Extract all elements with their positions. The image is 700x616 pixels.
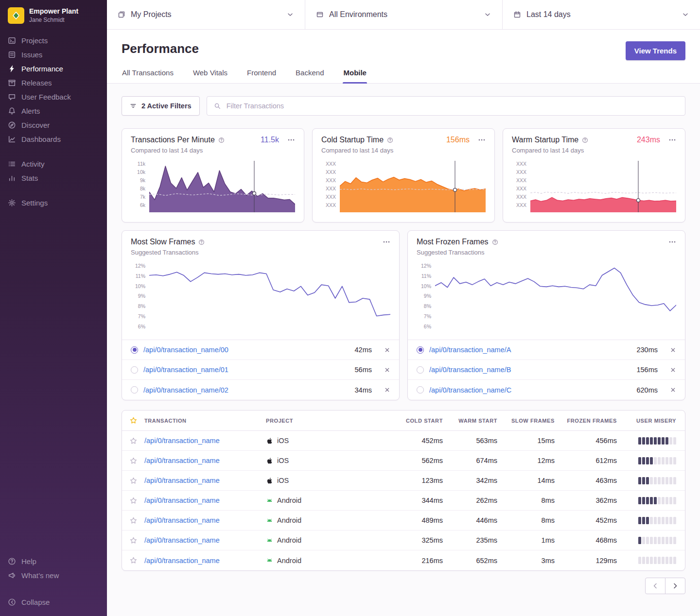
radio-button[interactable]: [131, 386, 138, 394]
daterange-selector-label: Last 14 days: [526, 10, 571, 19]
sidebar-item-collapse[interactable]: Collapse: [0, 595, 107, 609]
tab-web-vitals[interactable]: Web Vitals: [192, 68, 228, 83]
transaction-link[interactable]: /api/0/transaction_name: [144, 536, 266, 544]
environment-selector[interactable]: All Environments: [305, 0, 503, 29]
nav-item-label: What’s new: [21, 571, 59, 580]
star-toggle[interactable]: [122, 557, 144, 564]
misery-segment: [642, 457, 645, 464]
sidebar-item-activity[interactable]: Activity: [0, 157, 107, 171]
radio-button[interactable]: [131, 346, 138, 354]
tab-frontend[interactable]: Frontend: [246, 68, 277, 83]
sidebar-item-stats[interactable]: Stats: [0, 171, 107, 185]
active-filters-button[interactable]: 2 Active Filters: [122, 96, 200, 116]
close-icon[interactable]: [670, 367, 676, 373]
transaction-link[interactable]: /api/0/transaction_name/A: [429, 346, 511, 354]
help-icon[interactable]: [387, 137, 393, 143]
sidebar-item-help[interactable]: Help: [0, 554, 107, 568]
column-header-frozen-frames[interactable]: FROZEN FRAMES: [555, 418, 617, 424]
transaction-link[interactable]: /api/0/transaction_name: [144, 516, 266, 524]
ellipsis-menu-icon[interactable]: [478, 136, 486, 144]
suggestions-chart[interactable]: [435, 263, 676, 334]
sidebar-item-user-feedback[interactable]: User Feedback: [0, 90, 107, 104]
user-misery-bar: [617, 517, 685, 524]
metric-value: 243ms: [637, 136, 660, 144]
transaction-link[interactable]: /api/0/transaction_name/00: [143, 346, 228, 354]
sidebar-item-dashboards[interactable]: Dashboards: [0, 132, 107, 146]
transaction-link[interactable]: /api/0/transaction_name/02: [143, 386, 228, 394]
radio-button[interactable]: [417, 386, 424, 394]
suggestion-cards-row: Most Slow Frames Suggested Transactions …: [122, 230, 685, 400]
previous-page-button[interactable]: [645, 578, 665, 594]
misery-segment: [665, 437, 668, 445]
sidebar-item-issues[interactable]: Issues: [0, 48, 107, 62]
close-icon[interactable]: [670, 387, 676, 393]
ellipsis-menu-icon[interactable]: [668, 238, 676, 246]
sidebar-item-projects[interactable]: Projects: [0, 34, 107, 48]
sidebar-item-whats-new[interactable]: What’s new: [0, 568, 107, 582]
view-trends-button[interactable]: View Trends: [626, 41, 685, 60]
search-input[interactable]: [226, 102, 678, 110]
transaction-link[interactable]: /api/0/transaction_name: [144, 437, 266, 445]
help-icon[interactable]: [492, 239, 498, 245]
misery-segment: [638, 517, 641, 524]
sidebar-item-settings[interactable]: Settings: [0, 196, 107, 210]
transaction-link[interactable]: /api/0/transaction_name: [144, 496, 266, 504]
metric-chart[interactable]: [149, 161, 295, 212]
column-header-slow-frames[interactable]: SLOW FRAMES: [497, 418, 555, 424]
suggestions-chart[interactable]: [149, 263, 390, 334]
ellipsis-menu-icon[interactable]: [287, 136, 295, 144]
sidebar-item-alerts[interactable]: Alerts: [0, 104, 107, 118]
project-selector[interactable]: My Projects: [107, 0, 305, 29]
column-header-project[interactable]: PROJECT: [266, 418, 389, 424]
y-tick: 9k: [140, 177, 145, 183]
warm-start-value: 262ms: [443, 496, 497, 504]
star-toggle[interactable]: [122, 497, 144, 504]
help-icon[interactable]: [198, 239, 205, 245]
radio-button[interactable]: [417, 366, 424, 374]
ellipsis-menu-icon[interactable]: [668, 136, 676, 144]
column-header-transaction[interactable]: TRANSACTION: [144, 418, 266, 424]
daterange-selector[interactable]: Last 14 days: [503, 0, 700, 29]
next-page-button[interactable]: [665, 578, 685, 594]
sidebar-item-performance[interactable]: Performance: [0, 62, 107, 76]
transaction-link[interactable]: /api/0/transaction_name/C: [429, 386, 511, 394]
metric-chart[interactable]: [340, 161, 486, 212]
star-column-header[interactable]: [122, 417, 144, 424]
star-icon: [130, 557, 137, 564]
column-header-warm-start[interactable]: WARM START: [443, 418, 497, 424]
column-header-cold-start[interactable]: COLD START: [389, 418, 443, 424]
radio-button[interactable]: [417, 346, 424, 354]
tab-mobile[interactable]: Mobile: [343, 68, 367, 83]
star-icon: [130, 477, 137, 484]
radio-button[interactable]: [131, 366, 138, 374]
star-toggle[interactable]: [122, 517, 144, 524]
help-icon[interactable]: [582, 137, 588, 143]
close-icon[interactable]: [384, 367, 390, 373]
org-switcher[interactable]: Empower Plant Jane Schmidt: [0, 0, 107, 34]
suggestions-card: Most Slow Frames Suggested Transactions …: [122, 230, 400, 400]
transaction-link[interactable]: /api/0/transaction_name: [144, 557, 266, 565]
tab-backend[interactable]: Backend: [295, 68, 324, 83]
star-toggle[interactable]: [122, 437, 144, 445]
star-toggle[interactable]: [122, 537, 144, 544]
star-icon: [130, 517, 137, 524]
transaction-link[interactable]: /api/0/transaction_name/01: [143, 366, 228, 374]
main: My Projects All Environments Last 14 day…: [107, 0, 700, 616]
transaction-link[interactable]: /api/0/transaction_name: [144, 477, 266, 484]
nav-item-label: Settings: [21, 199, 48, 207]
close-icon[interactable]: [384, 387, 390, 393]
transaction-link[interactable]: /api/0/transaction_name: [144, 457, 266, 464]
close-icon[interactable]: [670, 347, 676, 353]
tab-all-transactions[interactable]: All Transactions: [122, 68, 174, 83]
misery-segment: [658, 437, 661, 445]
close-icon[interactable]: [384, 347, 390, 353]
ellipsis-menu-icon[interactable]: [383, 238, 390, 246]
column-header-user-misery[interactable]: USER MISERY: [617, 418, 685, 424]
transaction-link[interactable]: /api/0/transaction_name/B: [429, 366, 511, 374]
star-toggle[interactable]: [122, 457, 144, 464]
metric-chart[interactable]: [530, 161, 676, 212]
star-toggle[interactable]: [122, 477, 144, 484]
sidebar-item-discover[interactable]: Discover: [0, 118, 107, 132]
help-icon[interactable]: [218, 137, 225, 143]
sidebar-item-releases[interactable]: Releases: [0, 76, 107, 90]
